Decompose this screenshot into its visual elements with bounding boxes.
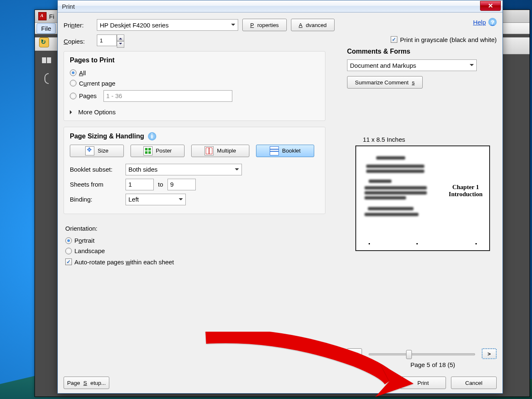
printer-label: Printer: bbox=[64, 22, 93, 29]
size-button[interactable]: Size bbox=[70, 145, 124, 157]
dialog-titlebar: Print ✕ bbox=[58, 0, 502, 12]
booklet-subset-dropdown[interactable]: Both sides bbox=[126, 164, 242, 175]
sidebar-thumbnails-icon[interactable] bbox=[41, 57, 52, 66]
info-icon[interactable]: i bbox=[148, 132, 156, 140]
poster-button[interactable]: Poster bbox=[131, 145, 185, 157]
print-preview: Chapter 1 Introduction bbox=[355, 145, 490, 251]
page-sizing-group: Page Sizing & Handling i Size Poster Mul… bbox=[64, 127, 325, 214]
sheets-to-input[interactable] bbox=[167, 179, 196, 190]
more-options-toggle[interactable]: More Options bbox=[70, 108, 319, 116]
booklet-subset-label: Booklet subset: bbox=[70, 166, 121, 173]
preview-dimensions: 11 x 8.5 Inches bbox=[363, 136, 497, 143]
handling-heading: Page Sizing & Handling i bbox=[70, 132, 319, 140]
chevron-down-icon bbox=[179, 198, 183, 202]
pages-current-radio[interactable]: Current page bbox=[70, 80, 116, 87]
comments-heading: Comments & Forms bbox=[347, 48, 497, 55]
triangle-right-icon bbox=[70, 110, 74, 114]
multiple-icon bbox=[204, 146, 214, 155]
page-setup-button[interactable]: Page Setup... bbox=[64, 377, 109, 389]
chevron-down-icon bbox=[231, 24, 235, 28]
copies-up[interactable] bbox=[117, 34, 124, 41]
sidebar-attachments-icon[interactable] bbox=[44, 73, 49, 84]
autorotate-checkbox[interactable]: ✓ Auto-rotate pages within each sheet bbox=[65, 259, 174, 266]
preview-page-info: Page 5 of 18 (5) bbox=[410, 361, 455, 368]
dialog-title: Print bbox=[62, 3, 75, 10]
binding-label: Binding: bbox=[70, 196, 121, 203]
printer-dropdown[interactable]: HP Deskjet F4200 series bbox=[97, 19, 238, 31]
pages-all-radio[interactable]: All bbox=[70, 69, 86, 76]
chevron-down-icon bbox=[470, 64, 474, 68]
pages-range-radio[interactable]: Pages bbox=[70, 90, 232, 102]
dialog-footer: Page Setup... Print Cancel bbox=[64, 377, 497, 389]
more-options-label: More Options bbox=[78, 108, 116, 116]
pages-range-input[interactable] bbox=[103, 90, 232, 102]
booklet-button[interactable]: Booklet bbox=[256, 145, 314, 157]
close-button[interactable]: ✕ bbox=[480, 1, 501, 11]
pages-heading: Pages to Print bbox=[70, 57, 319, 64]
orientation-portrait-radio[interactable]: Portrait bbox=[65, 237, 94, 244]
copies-input[interactable] bbox=[97, 34, 117, 46]
toolbar-convert-icon[interactable] bbox=[39, 37, 49, 47]
orientation-group: Orientation: Portrait Landscape ✓ Auto-r… bbox=[64, 220, 325, 274]
preview-chapter: Chapter 1 Introduction bbox=[449, 184, 483, 198]
parent-sidebar bbox=[35, 51, 58, 397]
print-button[interactable]: Print bbox=[400, 377, 446, 389]
orientation-heading: Orientation: bbox=[65, 225, 320, 232]
adobe-reader-icon bbox=[38, 12, 47, 20]
triangle-down-icon bbox=[119, 43, 122, 46]
parent-title-text: Fi bbox=[49, 13, 54, 20]
pages-to-print-group: Pages to Print All Current page Pages Mo… bbox=[64, 51, 325, 121]
properties-button[interactable]: Properties bbox=[242, 19, 287, 31]
chevron-down-icon bbox=[235, 168, 239, 172]
close-icon: ✕ bbox=[488, 2, 493, 10]
radio-icon bbox=[65, 248, 72, 254]
sheets-from-input[interactable] bbox=[126, 179, 154, 190]
preview-prev-button[interactable]: < bbox=[347, 348, 362, 359]
preview-navigation: < > bbox=[347, 348, 497, 359]
preview-next-button[interactable]: > bbox=[482, 348, 497, 359]
multiple-button[interactable]: Multiple bbox=[191, 145, 249, 157]
sheets-from-label: Sheets from bbox=[70, 181, 121, 188]
copies-label: Copies: bbox=[64, 38, 93, 45]
poster-icon bbox=[143, 146, 153, 155]
checkbox-icon: ✓ bbox=[65, 259, 72, 265]
print-dialog: Print ✕ Help ? Printer: HP Deskjet F4200… bbox=[57, 0, 503, 394]
copies-spinner[interactable] bbox=[97, 34, 124, 48]
copies-down[interactable] bbox=[117, 41, 124, 48]
menu-file[interactable]: File bbox=[37, 23, 56, 34]
size-icon bbox=[85, 146, 94, 155]
printer-value: HP Deskjet F4200 series bbox=[100, 22, 169, 29]
pages-range-label: Pages bbox=[79, 92, 97, 99]
radio-on-icon bbox=[70, 69, 76, 76]
advanced-button[interactable]: Advanced bbox=[291, 19, 335, 31]
binding-dropdown[interactable]: Left bbox=[126, 194, 186, 205]
to-label: to bbox=[158, 181, 163, 188]
triangle-up-icon bbox=[119, 36, 122, 39]
radio-icon bbox=[70, 93, 76, 99]
comments-dropdown[interactable]: Document and Markups bbox=[347, 59, 477, 71]
preview-slider[interactable] bbox=[369, 350, 475, 358]
radio-icon bbox=[70, 80, 76, 86]
orientation-landscape-radio[interactable]: Landscape bbox=[65, 247, 105, 254]
radio-on-icon bbox=[65, 237, 72, 244]
cancel-button[interactable]: Cancel bbox=[451, 377, 497, 389]
right-column: Comments & Forms Document and Markups Su… bbox=[347, 19, 497, 251]
booklet-icon bbox=[270, 146, 279, 155]
summarize-comments-button[interactable]: Summarize Comments bbox=[347, 76, 423, 89]
slider-thumb[interactable] bbox=[406, 350, 412, 359]
